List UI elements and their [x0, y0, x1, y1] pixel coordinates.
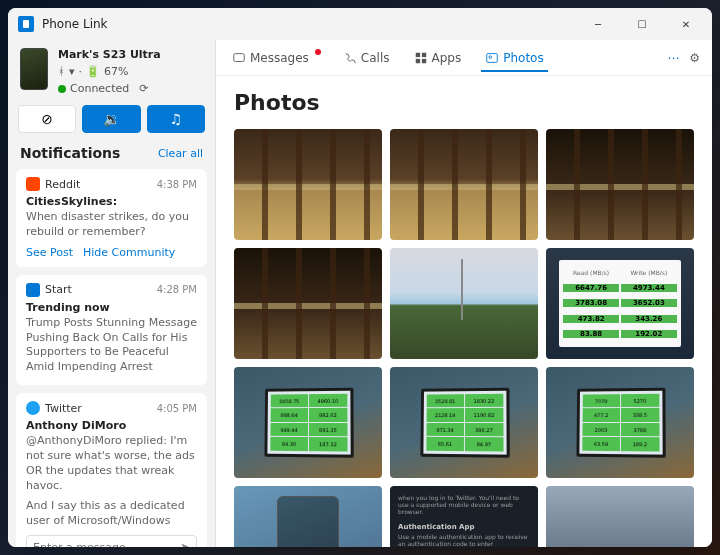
- wifi-icon: ▾: [69, 65, 75, 78]
- close-button[interactable]: ✕: [664, 8, 708, 40]
- reply-input-row: ➤: [26, 535, 197, 547]
- page-heading: Photos: [234, 90, 694, 115]
- photo-thumbnail[interactable]: Read (MB/s)Write (MB/s) 6647.764973.44 3…: [546, 248, 694, 359]
- app-icon: [18, 16, 34, 32]
- monitor-screen: 70795270 477.2338.5 20033788 63.59189.2: [576, 388, 665, 458]
- notification-title: CitiesSkylines:: [26, 195, 197, 208]
- app-window: Phone Link ─ ☐ ✕ Mark's S23 Ultra ᚼ ▾ · …: [8, 8, 712, 547]
- photo-thumbnail[interactable]: [234, 486, 382, 547]
- device-panel: Mark's S23 Ultra ᚼ ▾ · 🔋 67% Connected ⟳: [8, 40, 215, 101]
- notification-time: 4:05 PM: [157, 403, 197, 414]
- svg-rect-5: [421, 58, 425, 62]
- main-panel: Messages Calls Apps Photos ⋯ ⚙ Photos: [216, 40, 712, 547]
- reply-input[interactable]: [33, 541, 180, 547]
- battery-icon: 🔋: [86, 65, 100, 78]
- window-controls: ─ ☐ ✕: [576, 8, 708, 40]
- notification-card[interactable]: Reddit 4:38 PM CitiesSkylines: When disa…: [16, 169, 207, 267]
- photo-thumbnail[interactable]: [234, 248, 382, 359]
- tab-apps[interactable]: Apps: [410, 45, 466, 71]
- refresh-icon[interactable]: ⟳: [139, 82, 148, 95]
- settings-icon[interactable]: ⚙: [689, 51, 700, 65]
- svg-rect-1: [234, 53, 245, 61]
- notification-card[interactable]: Twitter 4:05 PM Anthony DiMoro @AnthonyD…: [16, 393, 207, 547]
- notification-title: Anthony DiMoro: [26, 419, 197, 432]
- svg-rect-4: [415, 58, 419, 62]
- photo-thumbnail[interactable]: when you log in to Twitter. You'll need …: [390, 486, 538, 547]
- dnd-button[interactable]: ⊘: [18, 105, 76, 133]
- send-icon[interactable]: ➤: [180, 540, 190, 547]
- new-indicator-icon[interactable]: ⋯: [667, 51, 679, 65]
- device-info: Mark's S23 Ultra ᚼ ▾ · 🔋 67% Connected ⟳: [58, 48, 203, 95]
- photo-thumbnail[interactable]: [546, 486, 694, 547]
- start-icon: [26, 283, 40, 297]
- battery-percent: 67%: [104, 65, 128, 78]
- unread-dot-icon: [315, 49, 321, 55]
- connected-dot-icon: [58, 85, 66, 93]
- notification-card[interactable]: Start 4:28 PM Trending now Trump Posts S…: [16, 275, 207, 385]
- photo-grid: Read (MB/s)Write (MB/s) 6647.764973.44 3…: [234, 129, 694, 547]
- tab-photos[interactable]: Photos: [481, 45, 547, 71]
- card-text: when you log in to Twitter. You'll need …: [398, 494, 530, 515]
- tab-messages[interactable]: Messages: [228, 45, 323, 71]
- clear-all-button[interactable]: Clear all: [158, 147, 203, 160]
- photo-thumbnail[interactable]: [234, 129, 382, 240]
- notification-time: 4:28 PM: [157, 284, 197, 295]
- reddit-icon: [26, 177, 40, 191]
- music-button[interactable]: ♫: [147, 105, 205, 133]
- app-body: Mark's S23 Ultra ᚼ ▾ · 🔋 67% Connected ⟳: [8, 40, 712, 547]
- svg-rect-2: [415, 52, 419, 56]
- svg-rect-0: [23, 20, 29, 28]
- action-buttons: ⊘ 🔉 ♫: [8, 101, 215, 141]
- photo-thumbnail[interactable]: 3458.754960.10 898.64982.02 949.44891.35…: [234, 367, 382, 478]
- svg-rect-3: [421, 52, 425, 56]
- notification-title: Trending now: [26, 301, 197, 314]
- monitor-screen: 3458.754960.10 898.64982.02 949.44891.35…: [264, 388, 353, 458]
- notifications-header: Notifications Clear all: [8, 141, 215, 165]
- photo-thumbnail[interactable]: [390, 248, 538, 359]
- benchmark-window: Read (MB/s)Write (MB/s) 6647.764973.44 3…: [559, 260, 680, 347]
- device-name: Mark's S23 Ultra: [58, 48, 203, 61]
- svg-rect-6: [487, 53, 498, 62]
- volume-button[interactable]: 🔉: [82, 105, 140, 133]
- app-title: Phone Link: [42, 17, 108, 31]
- photo-thumbnail[interactable]: 3529.811830.22 2128.141190.82 871.34386.…: [390, 367, 538, 478]
- twitter-icon: [26, 401, 40, 415]
- notification-body: @AnthonyDiMoro replied: I'm not sure wha…: [26, 434, 197, 493]
- photo-thumbnail[interactable]: [546, 129, 694, 240]
- minimize-button[interactable]: ─: [576, 8, 620, 40]
- notification-body-2: And I say this as a dedicated user of Mi…: [26, 499, 197, 529]
- hide-community-button[interactable]: Hide Community: [83, 246, 175, 259]
- photos-content: Photos Read (MB/s)Write (MB/s) 6647.7649…: [216, 76, 712, 547]
- tab-bar: Messages Calls Apps Photos ⋯ ⚙: [216, 40, 712, 76]
- tab-calls[interactable]: Calls: [339, 45, 394, 71]
- photo-thumbnail[interactable]: [390, 129, 538, 240]
- connection-status: Connected ⟳: [58, 82, 203, 95]
- monitor-screen: 3529.811830.22 2128.141190.82 871.34386.…: [420, 388, 509, 458]
- notification-body: Trump Posts Stunning Message Pushing Bac…: [26, 316, 197, 375]
- see-post-button[interactable]: See Post: [26, 246, 73, 259]
- card-title: Authentication App: [398, 523, 530, 531]
- notification-body: When disaster strikes, do you rebuild or…: [26, 210, 197, 240]
- titlebar: Phone Link ─ ☐ ✕: [8, 8, 712, 40]
- maximize-button[interactable]: ☐: [620, 8, 664, 40]
- device-status-row: ᚼ ▾ · 🔋 67%: [58, 65, 203, 78]
- svg-point-7: [489, 55, 492, 58]
- sidebar: Mark's S23 Ultra ᚼ ▾ · 🔋 67% Connected ⟳: [8, 40, 216, 547]
- notification-time: 4:38 PM: [157, 179, 197, 190]
- phone-thumbnail[interactable]: [20, 48, 48, 90]
- card-text: Use a mobile authentication app to recei…: [398, 533, 530, 547]
- photo-thumbnail[interactable]: 70795270 477.2338.5 20033788 63.59189.2: [546, 367, 694, 478]
- notifications-title: Notifications: [20, 145, 120, 161]
- bluetooth-icon: ᚼ: [58, 65, 65, 78]
